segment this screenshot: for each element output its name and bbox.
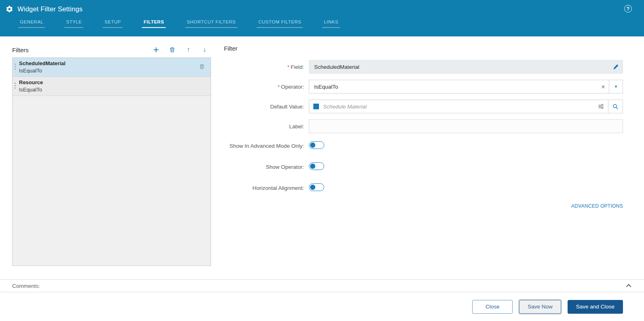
filter-item-field: ScheduledMaterial [19,60,198,66]
dialog-title: Widget Filter Settings [17,5,82,13]
tab-shortcut-filters[interactable]: SHORTCUT FILTERS [185,19,237,28]
field-label: *Field: [224,64,309,70]
field-input[interactable] [309,60,623,74]
toggle-knob [310,164,315,169]
move-down-button[interactable]: ↓ [201,46,209,54]
required-asterisk: * [287,64,289,70]
footer-buttons: Close Save Now Save and Close [0,292,644,321]
default-value-tag-icon [313,104,319,109]
advanced-options-link[interactable]: ADVANCED OPTIONS [571,203,623,209]
filter-options-icon[interactable] [598,104,604,110]
comments-bar: Comments: [0,279,644,292]
drag-handle-icon[interactable] [15,83,16,84]
show-operator-label: Show Operator: [224,164,309,170]
toggle-knob [310,142,315,148]
default-value-input[interactable] [309,100,608,113]
dialog-header: Widget Filter Settings ? GENERAL STYLE S… [0,0,644,36]
collapse-comments-icon[interactable] [626,284,631,289]
label-input[interactable] [309,119,623,133]
toggle-knob [310,185,315,190]
drag-handle-icon[interactable] [15,64,16,65]
filter-item-field: Resource [19,79,206,85]
tab-general[interactable]: GENERAL [18,19,45,28]
show-in-advanced-mode-toggle[interactable] [309,141,324,149]
label-label: Label: [224,123,309,130]
close-button[interactable]: Close [472,300,513,314]
filters-toolbar: + ↑ ↓ [152,46,211,54]
filter-list: ScheduledMaterial IsEqualTo Resource IsE… [12,57,211,266]
operator-dropdown-button[interactable]: ▼ [609,80,623,94]
delete-item-icon[interactable] [198,63,206,72]
show-in-advanced-mode-label: Show In Advanced Mode Only: [224,143,309,149]
default-value-label: Default Value: [224,104,309,110]
filters-panel-title: Filters [12,47,29,53]
tab-custom-filters[interactable]: CUSTOM FILTERS [257,19,303,28]
add-filter-button[interactable]: + [152,46,160,54]
horizontal-alignment-label: Horizontal Alignment: [224,185,309,191]
main-content: Filters + ↑ ↓ ScheduledMaterial IsEqualT… [0,36,644,279]
filter-form: Filter *Field: *Operator: × [211,44,623,279]
save-and-close-button[interactable]: Save and Close [568,300,623,314]
horizontal-alignment-toggle[interactable] [309,183,324,191]
filter-item-operator: IsEqualTo [19,68,198,74]
gear-icon [6,5,13,13]
delete-filter-button[interactable] [168,46,176,54]
tab-bar: GENERAL STYLE SETUP FILTERS SHORTCUT FIL… [0,13,644,28]
tab-setup[interactable]: SETUP [103,19,122,28]
comments-label: Comments: [12,283,40,289]
tab-links[interactable]: LINKS [322,19,340,28]
operator-input[interactable] [309,80,623,94]
show-operator-toggle[interactable] [309,162,324,170]
help-icon[interactable]: ? [624,5,632,13]
filter-form-title: Filter [224,44,623,56]
filter-list-item[interactable]: ScheduledMaterial IsEqualTo [13,58,211,77]
filter-list-item[interactable]: Resource IsEqualTo [13,77,211,96]
filters-panel: Filters + ↑ ↓ ScheduledMaterial IsEqualT… [12,44,211,279]
edit-field-icon[interactable] [613,64,619,70]
operator-label: *Operator: [224,84,309,90]
tab-filters[interactable]: FILTERS [142,19,166,28]
filter-item-operator: IsEqualTo [19,87,206,93]
clear-operator-icon[interactable]: × [601,83,605,90]
search-button[interactable] [608,100,623,113]
tab-style[interactable]: STYLE [64,19,83,28]
move-up-button[interactable]: ↑ [184,46,192,54]
required-asterisk: * [278,84,280,90]
save-now-button[interactable]: Save Now [519,300,561,314]
